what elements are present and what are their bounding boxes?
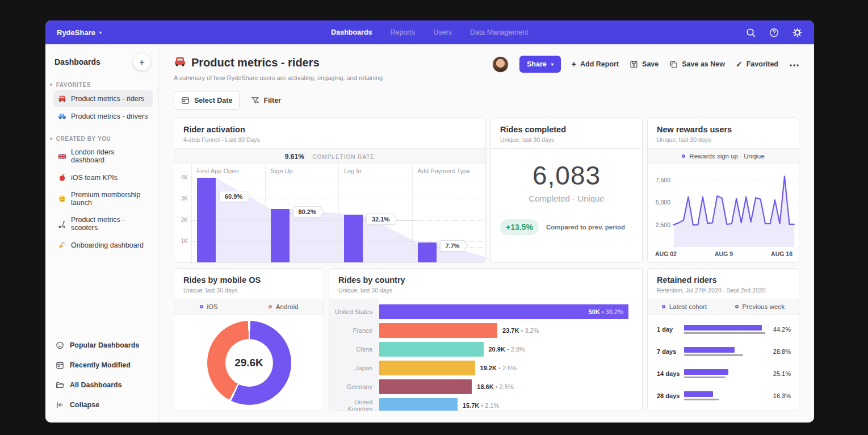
- country-bar-number: 50K: [589, 308, 600, 315]
- retention-bar-current: [684, 391, 713, 397]
- completion-rate-value: 9.61%: [285, 153, 304, 161]
- country-bar-value: 15.7K • 2.1%: [463, 402, 499, 409]
- sidebar-item-label: All Dashboards: [70, 381, 122, 389]
- card-rides-by-country: Rides by country Unique, last 30 days Un…: [329, 268, 643, 411]
- card-rider-activation: Rider activation 4-step Funnel - Last 30…: [174, 118, 486, 263]
- country-bar-number: 19.2K: [480, 365, 497, 371]
- funnel-conversion-tag: 60.9%: [219, 191, 248, 202]
- funnel-step-label: Sign Up: [271, 168, 293, 174]
- sidebar-item-product-metrics-drivers[interactable]: Product metrics - drivers: [53, 108, 153, 124]
- nav-item-data-management[interactable]: Data Management: [470, 28, 529, 36]
- sidebar-section-created-by-you[interactable]: ▾CREATED BY YOU: [50, 136, 153, 142]
- country-label: Germany: [329, 383, 379, 390]
- funnel-step-label: First App Open: [197, 168, 238, 174]
- sidebar-footer-collapse[interactable]: Collapse: [53, 396, 153, 413]
- country-bar-number: 23.7K: [502, 327, 519, 334]
- legend-ring-icon: [269, 305, 272, 308]
- share-button[interactable]: Share ▾: [519, 56, 561, 73]
- filter-toolbar: Select Date Filter: [174, 91, 799, 110]
- sidebar-title: Dashboards: [54, 57, 100, 66]
- country-bar-chart: United States50K • 36.2%France23.7K • 3.…: [329, 299, 642, 411]
- sidebar-item-onboarding-dashboard[interactable]: Onboarding dashboard: [53, 237, 153, 253]
- nav-item-dashboards[interactable]: Dashboards: [331, 28, 372, 36]
- country-bar-number: 20.9K: [489, 346, 505, 353]
- card-header: Rides by country Unique, last 30 days: [329, 269, 642, 299]
- app-window: RydeShare ▾ DashboardsReportsUsersData M…: [45, 20, 814, 423]
- sidebar-footer-popular-dashboards[interactable]: Popular Dashboards: [53, 336, 153, 354]
- sidebar-item-label: Premium membership launch: [71, 191, 148, 207]
- kpi-body: 6,083 Completed - Unique +13.5% Compared…: [491, 149, 642, 262]
- select-date-button[interactable]: Select Date: [174, 91, 240, 110]
- country-bar-value: 50K • 36.2%: [589, 308, 623, 315]
- retention-percentage: 16.3%: [767, 392, 791, 399]
- red-car-icon: [174, 55, 186, 70]
- filter-button[interactable]: Filter: [251, 96, 281, 104]
- nav-item-users[interactable]: Users: [433, 28, 452, 36]
- add-report-button[interactable]: + Add Report: [572, 60, 619, 68]
- donut-center-value: 29.6K: [225, 339, 273, 387]
- check-icon: ✓: [736, 60, 743, 68]
- sidebar-item-product-metrics-scooters[interactable]: Product metrics - scooters: [53, 212, 153, 236]
- country-bar-value: 23.7K • 3.2%: [502, 327, 539, 334]
- legend-item-android[interactable]: Android: [269, 303, 299, 310]
- chevron-down-icon: ▾: [50, 136, 53, 141]
- country-label: China: [329, 346, 379, 353]
- country-bar: [379, 323, 497, 338]
- calendar-icon: [56, 361, 64, 369]
- legend-ring-icon: [682, 154, 685, 158]
- more-options-button[interactable]: [789, 59, 799, 69]
- legend-item-rewards-sign-up-unqiue[interactable]: Rewards sign up - Unqiue: [682, 153, 764, 160]
- new-dashboard-button[interactable]: +: [133, 53, 150, 70]
- legend-label: iOS: [207, 303, 218, 310]
- sidebar-header: Dashboards +: [54, 53, 153, 70]
- legend-ring-icon: [662, 305, 665, 308]
- funnel-axis-tick: 2K: [175, 217, 188, 223]
- retention-bar-previous: [684, 399, 719, 400]
- nav-item-reports[interactable]: Reports: [390, 28, 415, 36]
- sidebar-item-ios-team-kpis[interactable]: iOS team KPIs: [53, 169, 153, 186]
- country-label: Japan: [329, 365, 379, 371]
- save-button[interactable]: Save: [630, 60, 659, 69]
- save-as-new-button[interactable]: Save as New: [669, 60, 725, 69]
- sidebar-footer-recently-modified[interactable]: Recently Modified: [53, 356, 153, 374]
- country-bar-track: 19.2K • 2.6%: [379, 361, 642, 375]
- sidebar: Dashboards + ▾FAVORITESProduct metrics -…: [45, 44, 159, 423]
- sidebar-item-product-metrics-riders[interactable]: Product metrics - riders: [53, 90, 153, 107]
- legend-item-ios[interactable]: iOS: [200, 303, 218, 310]
- donut-chart: 29.6K: [207, 321, 291, 405]
- sidebar-item-london-riders-dashboard[interactable]: London riders dashboard: [53, 144, 153, 168]
- sidebar-item-label: Onboarding dashboard: [71, 241, 144, 249]
- country-bar-track: 18.6K • 2.5%: [379, 379, 642, 394]
- sidebar-item-premium-membership-launch[interactable]: Premium membership launch: [53, 187, 153, 211]
- legend-item-previous-week[interactable]: Previous week: [735, 303, 785, 310]
- sidebar-section-label: CREATED BY YOU: [56, 136, 111, 142]
- card-title: Rides by mobile OS: [183, 275, 315, 285]
- legend-item-latest-cohort[interactable]: Latest cohort: [662, 303, 707, 310]
- country-bar-track: 20.9K • 2.8%: [379, 342, 642, 357]
- funnel-icon: [251, 96, 259, 104]
- sidebar-section-favorites[interactable]: ▾FAVORITES: [50, 82, 153, 88]
- funnel-column-divider: [191, 164, 192, 262]
- search-icon[interactable]: [745, 27, 756, 38]
- country-bar: [379, 342, 484, 357]
- sidebar-footer-all-dashboards[interactable]: All Dashboards: [53, 376, 153, 394]
- x-axis-label: AUG 16: [771, 250, 792, 257]
- retention-bar-chart: 1 day44.2%7 days28.8%14 days25.1%28 days…: [648, 315, 799, 411]
- blue-car-icon: [58, 112, 66, 120]
- legend-label: Rewards sign up - Unqiue: [689, 153, 764, 160]
- legend-band: Latest cohortPrevious week: [648, 299, 799, 315]
- favorited-button[interactable]: ✓ Favorited: [736, 60, 778, 68]
- legend-label: Previous week: [743, 303, 785, 310]
- country-bar-track: 15.7K • 2.1%: [379, 398, 642, 412]
- apple-icon: [58, 173, 66, 182]
- settings-gear-icon[interactable]: [792, 27, 803, 38]
- card-title: Rides completed: [500, 125, 633, 134]
- sidebar-item-label: Popular Dashboards: [70, 341, 139, 349]
- country-bar-value: 18.6K • 2.5%: [477, 383, 513, 390]
- party-popper-icon: [58, 241, 66, 249]
- country-row: Japan19.2K • 2.6%: [329, 358, 642, 377]
- avatar[interactable]: [492, 56, 509, 73]
- card-subtitle: Unique, last 30 days: [338, 287, 633, 294]
- help-icon[interactable]: [769, 27, 779, 38]
- workspace-menu[interactable]: RydeShare ▾: [57, 28, 102, 37]
